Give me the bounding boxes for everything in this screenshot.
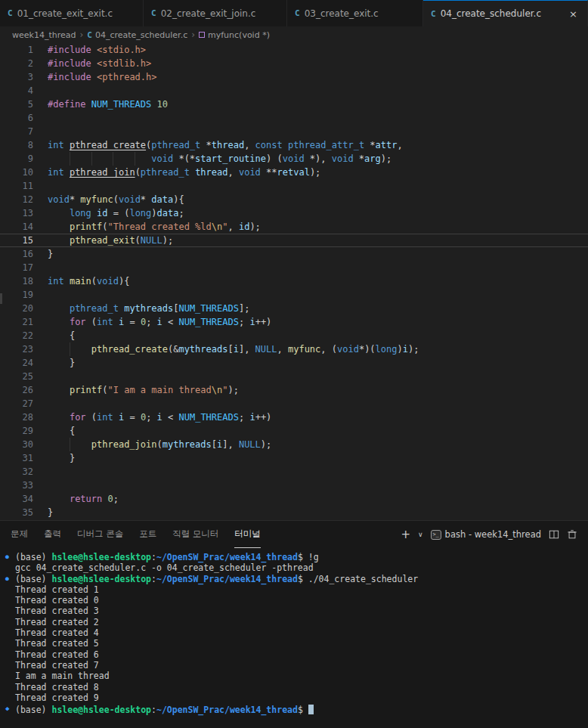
code-line[interactable]: 13 long id = (long)data; [0, 206, 588, 220]
code-line[interactable]: 6 [0, 111, 588, 125]
editor-tab-1[interactable]: C01_create_exit_exit.c [0, 0, 144, 26]
line-number[interactable]: 15 [0, 234, 33, 246]
line-number[interactable]: 30 [0, 438, 33, 451]
close-tab-icon[interactable]: × [567, 8, 580, 20]
line-number[interactable]: 4 [0, 85, 33, 97]
code-line[interactable]: 25 [0, 370, 588, 383]
line-number[interactable]: 20 [0, 302, 33, 314]
line-number[interactable]: 26 [0, 384, 33, 396]
code-line[interactable]: 28 for (int i = 0; i < NUM_THREADS; i++) [0, 410, 588, 424]
line-number[interactable]: 3 [0, 71, 33, 83]
panel-tab-2[interactable]: 출력 [44, 521, 61, 548]
code-line[interactable]: 20 pthread_t mythreads[NUM_THREADS]; [0, 302, 588, 315]
line-number[interactable]: 28 [0, 411, 33, 423]
code-line[interactable]: 12void* myfunc(void* data){ [0, 193, 588, 206]
line-number[interactable]: 19 [0, 289, 33, 301]
line-number[interactable]: 17 [0, 262, 33, 274]
line-number[interactable]: 24 [0, 357, 33, 369]
line-number[interactable]: 8 [0, 139, 33, 151]
code-line[interactable]: 30 pthread_join(mythreads[i], NULL); [0, 438, 588, 451]
code-line[interactable]: 31 } [0, 451, 588, 465]
line-number[interactable]: 9 [0, 153, 33, 165]
command-decoration-icon[interactable]: ◆ [5, 703, 15, 714]
line-number[interactable]: 7 [0, 125, 33, 138]
command-decoration-icon[interactable]: ● [5, 552, 15, 562]
breadcrumb-folder[interactable]: week14_thread [12, 30, 76, 40]
editor-tab-3[interactable]: C03_create_exit.c [287, 0, 423, 26]
code-editor[interactable]: 1#include <stdio.h>2#include <stdlib.h>3… [0, 43, 588, 520]
terminal-text: (base) hslee@hslee-desktop:~/OpenSW_Prac… [15, 703, 314, 714]
code-line[interactable]: 26 printf("I am a main thread\n"); [0, 383, 588, 397]
code-line[interactable]: 35} [0, 506, 588, 519]
chevron-right-icon: › [79, 29, 83, 40]
code-line[interactable]: 14 printf("Thread created %ld\n", id); [0, 220, 588, 234]
code-line[interactable]: 24 } [0, 356, 588, 370]
terminal-text: (base) hslee@hslee-desktop:~/OpenSW_Prac… [15, 574, 418, 584]
split-terminal-icon[interactable] [549, 529, 559, 540]
code-line[interactable]: 32 [0, 465, 588, 479]
code-line[interactable]: 11 [0, 179, 588, 193]
terminal-session-item[interactable]: >_ bash - week14_thread [431, 529, 541, 540]
code-line[interactable]: 17 [0, 261, 588, 274]
line-number[interactable]: 1 [0, 44, 33, 56]
line-number[interactable]: 33 [0, 479, 33, 491]
line-number[interactable]: 23 [0, 343, 33, 355]
code-line[interactable]: 21 for (int i = 0; i < NUM_THREADS; i++) [0, 315, 588, 329]
line-number[interactable]: 11 [0, 180, 33, 192]
line-number[interactable]: 13 [0, 207, 33, 219]
line-number[interactable]: 10 [0, 166, 33, 178]
line-number[interactable]: 21 [0, 316, 33, 328]
line-number[interactable]: 27 [0, 398, 33, 410]
code-line[interactable]: 8int pthread_create(pthread_t *thread, c… [0, 138, 588, 152]
line-number[interactable]: 16 [0, 248, 33, 260]
code-line[interactable]: 16} [0, 247, 588, 261]
code-line[interactable]: 5#define NUM_THREADS 10 [0, 98, 588, 111]
code-line[interactable]: 1#include <stdio.h> [0, 43, 588, 57]
code-line[interactable]: 4 [0, 84, 588, 98]
code-line[interactable]: 22 { [0, 329, 588, 342]
terminal-dropdown-chevron-icon[interactable]: ∨ [418, 531, 423, 538]
code-line[interactable]: 27 [0, 397, 588, 410]
breadcrumb-file[interactable]: C 04_create_scheduler.c [87, 30, 187, 40]
line-number[interactable]: 12 [0, 194, 33, 206]
c-file-icon: C [431, 9, 436, 19]
line-number[interactable]: 35 [0, 507, 33, 519]
line-number[interactable]: 5 [0, 98, 33, 110]
code-line[interactable]: 23 pthread_create(&mythreads[i], NULL, m… [0, 342, 588, 356]
code-line[interactable]: 10int pthread_join(pthread_t thread, voi… [0, 166, 588, 179]
line-number[interactable]: 6 [0, 112, 33, 124]
code-line[interactable]: 7 [0, 125, 588, 138]
editor-tab-2[interactable]: C02_create_exit_join.c [144, 0, 287, 26]
panel-tab-5[interactable]: 직렬 모니터 [172, 521, 218, 548]
code-line[interactable]: 29 { [0, 424, 588, 438]
kill-terminal-icon[interactable] [567, 529, 577, 540]
code-line[interactable]: 18int main(void){ [0, 274, 588, 288]
code-line[interactable]: 9 void *(*start_routine) (void *), void … [0, 152, 588, 166]
command-decoration-icon[interactable]: ● [5, 574, 15, 584]
code-line[interactable]: 2#include <stdlib.h> [0, 57, 588, 70]
panel-tab-1[interactable]: 문제 [11, 521, 28, 548]
panel-tab-3[interactable]: 디버그 콘솔 [77, 521, 123, 548]
code-line[interactable]: 34 return 0; [0, 492, 588, 506]
panel-tab-4[interactable]: 포트 [139, 521, 156, 548]
line-number[interactable]: 14 [0, 221, 33, 233]
panel-tab-6[interactable]: 터미널 [234, 521, 261, 548]
line-number[interactable]: 32 [0, 466, 33, 478]
breadcrumb-symbol[interactable]: myfunc(void *) [199, 30, 270, 40]
terminal-output[interactable]: ●(base) hslee@hslee-desktop:~/OpenSW_Pra… [0, 548, 588, 728]
line-number[interactable]: 31 [0, 452, 33, 464]
line-number[interactable]: 22 [0, 330, 33, 342]
line-number[interactable]: 2 [0, 57, 33, 70]
new-terminal-button[interactable]: + [401, 529, 410, 541]
code-line[interactable]: 15 pthread_exit(NULL); [0, 234, 588, 247]
code-line[interactable]: 33 [0, 479, 588, 492]
code-text: for (int i = 0; i < NUM_THREADS; i++) [48, 316, 588, 328]
line-number[interactable]: 29 [0, 425, 33, 437]
indent-guide [91, 152, 92, 166]
line-number[interactable]: 18 [0, 275, 33, 287]
line-number[interactable]: 34 [0, 493, 33, 505]
code-line[interactable]: 19 [0, 288, 588, 302]
editor-tab-4[interactable]: C04_create_scheduler.c× [423, 0, 588, 26]
code-line[interactable]: 3#include <pthread.h> [0, 70, 588, 84]
line-number[interactable]: 25 [0, 370, 33, 383]
